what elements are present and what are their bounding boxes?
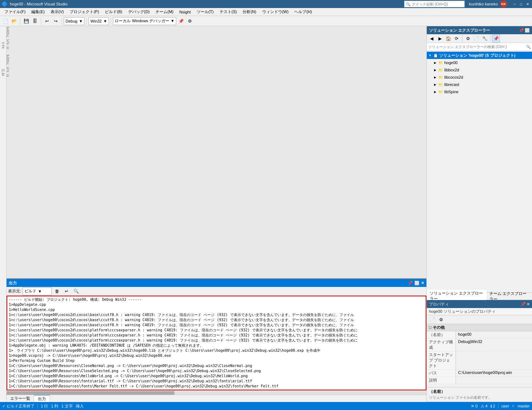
output-line: 1>C:\Users\user\hoge00\Resources\CloseSe… — [9, 368, 424, 374]
status-right: ✕ 0 ⚠ 4 ℹ 2 user ⑂ master — [471, 403, 530, 409]
se-pin-icon[interactable]: 📌 — [519, 28, 524, 33]
prop-value-startup[interactable] — [456, 351, 532, 369]
menu-item-s[interactable]: テスト(S) — [217, 8, 240, 15]
prop-value-desc[interactable] — [456, 377, 532, 384]
prop-section-header: □ その他 — [427, 324, 532, 331]
tree-item-0[interactable]: ▶ 📁 hoge00 — [427, 59, 532, 66]
menu-item-h[interactable]: ヘルプ(H) — [291, 8, 315, 15]
debug-extra-button[interactable]: ⚙ — [186, 17, 194, 25]
output-line: 1>AppDelegate.obj : warning LNK4075: /ED… — [9, 343, 424, 348]
menu-item-nsight[interactable]: Nsight — [177, 9, 194, 15]
bottom-tab-0[interactable]: エラー一覧 — [7, 395, 34, 402]
tree-icon-0: 📁 — [438, 60, 443, 65]
output-toolbar: 表示元: ビルド ▼ 🗑 ↵ 🔍 — [7, 287, 426, 296]
se-dock-icon[interactable]: ⬜ — [525, 28, 530, 33]
server-explorer-tab[interactable]: サーバーエクスプローラー — [0, 54, 6, 82]
tree-item-3[interactable]: ▶ 📁 librecast — [427, 81, 532, 88]
tree-arrow-4: ▶ — [433, 90, 437, 94]
prop-value-path[interactable]: C:\Users\user\hoge00\proj.win — [456, 370, 532, 377]
chevron-down-icon: ▼ — [79, 19, 83, 23]
output-scrollbar-thumb[interactable] — [7, 391, 174, 395]
se-back-button[interactable]: ◀ — [427, 35, 436, 43]
menu-item-f[interactable]: ファイル(F) — [1, 8, 28, 15]
quick-launch-input[interactable] — [412, 2, 463, 6]
bottom-tab-1[interactable]: 出力 — [34, 395, 50, 402]
se-preview-button[interactable]: 📄 — [472, 35, 480, 43]
se-sep-2 — [490, 35, 490, 42]
prop-key-name: （名前） — [427, 331, 456, 338]
team-explorer-tab[interactable]: チームエクスプローラー — [0, 26, 6, 54]
maximize-button[interactable]: □ — [518, 1, 524, 7]
tree-icon-4: 📁 — [438, 89, 443, 94]
tree-item-2[interactable]: ▶ 📁 libcocos2d — [427, 74, 532, 81]
platform-dropdown[interactable]: Win32 ▼ — [88, 17, 109, 25]
close-button[interactable]: ✕ — [525, 1, 531, 7]
output-source-dropdown[interactable]: ビルド ▼ — [23, 287, 52, 295]
se-refresh-button[interactable]: ⟳ — [453, 35, 461, 43]
quick-launch-search[interactable]: 🔍 — [404, 1, 465, 7]
menu-item-b[interactable]: ビルド(B) — [102, 8, 125, 15]
status-branch: master — [517, 404, 530, 408]
tree-arrow-0: ▶ — [433, 61, 437, 64]
menu-item-n[interactable]: 分析(N) — [240, 8, 259, 15]
menu-item-p[interactable]: プロジェクト(P) — [67, 8, 102, 15]
output-scrollbar-track[interactable] — [7, 391, 426, 395]
minimize-button[interactable]: ─ — [512, 1, 517, 7]
prop-cat-button[interactable]: 📄 — [428, 316, 436, 324]
tree-item-4[interactable]: ▶ 📁 libSpine — [427, 88, 532, 95]
prop-desc-text: ソリューション ファイルの名前です。 — [429, 395, 530, 400]
redo-button[interactable]: ↪ — [52, 17, 60, 25]
new-project-button[interactable]: 📄 — [1, 17, 9, 25]
se-home-button[interactable]: 🏠 — [444, 35, 452, 43]
output-line: 1>C:\Users\user\hoge00\Resources\CloseNo… — [9, 363, 424, 368]
properties-panel: プロパティ 📌 ✕ hoge00 ソリューションのプロパティ 📄 ⚙ □ その他… — [427, 300, 532, 402]
prop-close-icon[interactable]: ✕ — [527, 302, 530, 307]
debug-config-dropdown[interactable]: Debug ▼ — [64, 17, 84, 25]
status-user: user — [501, 404, 509, 408]
close-output-button[interactable]: ✕ — [421, 281, 424, 285]
prop-sort-button[interactable]: ⚙ — [437, 316, 445, 324]
chevron-down-icon-3: ▼ — [38, 289, 42, 293]
prop-value-name[interactable]: hoge00 — [456, 331, 532, 338]
open-button[interactable]: 📂 — [10, 17, 18, 25]
menu-item-e[interactable]: 編集(E) — [28, 8, 48, 15]
output-clear-button[interactable]: 🗑 — [53, 287, 61, 295]
output-content[interactable]: ------ ビルド開始: プロジェクト: hoge00, 構成: Debug … — [7, 296, 426, 390]
search-icon: 🔍 — [406, 2, 410, 6]
prop-header-controls: 📌 ✕ — [521, 302, 530, 307]
pin-icon[interactable]: 📌 — [408, 281, 413, 285]
dock-icon[interactable]: ⬜ — [414, 281, 419, 285]
output-line: 1>c:\users\user\hoge00\cocos2d\cocos\pla… — [9, 338, 424, 343]
se-filter-button[interactable]: ⚙ — [464, 35, 472, 43]
tree-icon-2: 📁 — [438, 75, 443, 80]
menu-item-d[interactable]: デバッグ(D) — [125, 8, 153, 15]
se-forward-button[interactable]: ▶ — [436, 35, 444, 43]
se-search-input[interactable] — [428, 45, 525, 49]
output-scrollbar[interactable] — [7, 390, 426, 395]
prop-pin-icon[interactable]: 📌 — [521, 302, 526, 307]
se-search[interactable]: 🔍 — [427, 43, 532, 51]
output-line: ------ ビルド開始: プロジェクト: hoge00, 構成: Debug … — [9, 297, 424, 302]
tree-root[interactable]: ▼ 📋 ソリューション 'hoge00' (5 プロジェクト) — [427, 52, 532, 59]
prop-description: （名前） ソリューション ファイルの名前です。 — [427, 387, 532, 402]
debug-pin-button[interactable]: 📌 — [177, 17, 185, 25]
se-title: ソリューション エクスプローラー — [429, 28, 490, 33]
menu-item-w[interactable]: ウィンドウ(W) — [259, 8, 292, 15]
tree-item-1[interactable]: ▶ 📁 libbox2d — [427, 66, 532, 74]
prop-value-config[interactable]: Debug|Win32 — [456, 339, 532, 351]
se-tabs-bottom: ソリューション エクスプローラーチーム エクスプローラー — [427, 292, 532, 300]
user-avatar[interactable]: KK — [500, 0, 507, 8]
debugger-dropdown[interactable]: ローカル Windows デバッガー ▼ — [113, 17, 176, 25]
se-pin2-button[interactable]: 📌 — [492, 35, 500, 43]
output-find-button[interactable]: 🔍 — [72, 287, 80, 295]
output-title: 出力 — [9, 280, 17, 286]
menu-item-m[interactable]: チーム(M) — [153, 8, 177, 15]
output-wrap-button[interactable]: ↵ — [63, 287, 71, 295]
prop-key-desc: 説明 — [427, 377, 456, 384]
save-button[interactable]: 💾 — [22, 17, 30, 25]
se-properties-button[interactable]: 🔧 — [481, 35, 489, 43]
menu-item-v[interactable]: 表示(V) — [48, 8, 67, 15]
undo-button[interactable]: ↩ — [43, 17, 51, 25]
save-all-button[interactable]: 🗄 — [31, 17, 39, 25]
menu-item-t[interactable]: ツール(T) — [194, 8, 217, 15]
